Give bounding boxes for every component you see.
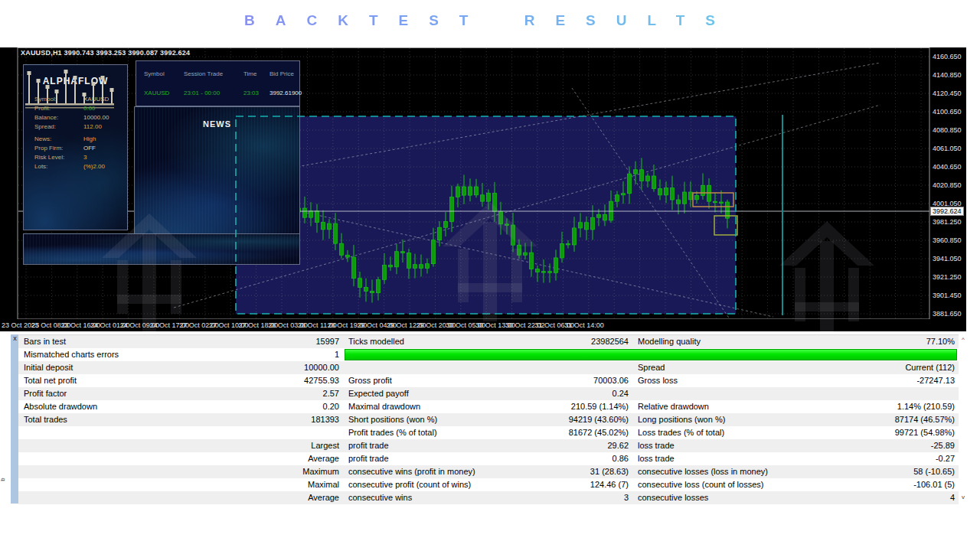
result-label: Profit trades (% of total) — [343, 426, 541, 439]
result-value: -25.89 — [841, 439, 959, 452]
price-tick: 4160.650 — [933, 53, 962, 60]
price-tick: 3921.250 — [933, 273, 962, 281]
result-value: 77.10% — [841, 335, 959, 348]
result-label: consecutive loss (count of losses) — [632, 478, 841, 491]
price-tick: 3881.650 — [933, 310, 962, 318]
result-label — [632, 387, 841, 400]
result-value: 23982564 — [541, 335, 632, 348]
result-value: 58 (-10.65) — [841, 465, 959, 478]
price-tick: 4120.450 — [933, 90, 962, 97]
table-row: Absolute drawdown0.20Maximal drawdown210… — [18, 400, 959, 413]
result-value — [541, 361, 632, 374]
result-label: Gross profit — [343, 374, 541, 387]
result-label: Spread — [632, 361, 841, 374]
result-label: consecutive losses — [632, 491, 841, 504]
result-label: consecutive wins (profit in money) — [343, 465, 541, 478]
price-tick: 3981.250 — [933, 218, 962, 226]
session-header: Time — [236, 70, 262, 77]
result-label: Profit factor — [18, 387, 242, 400]
alphaflow-field-label: Risk Level: — [34, 154, 64, 161]
session-value: 23:01 - 00:00 — [176, 90, 236, 96]
price-tick: 4061.050 — [933, 145, 962, 152]
table-row: Mismatched charts errors1 — [18, 348, 959, 361]
result-label: Mismatched charts errors — [18, 348, 242, 361]
result-value: 94219 (43.60%) — [541, 413, 632, 426]
result-label: Total trades — [18, 413, 242, 426]
price-tick: 4040.650 — [933, 163, 962, 171]
scroll-up-icon[interactable]: ^ — [962, 336, 965, 343]
result-label — [18, 491, 242, 504]
result-value: 99721 (54.98%) — [841, 426, 959, 439]
price-tick: 4100.650 — [933, 108, 962, 116]
results-gutter — [11, 334, 18, 504]
table-row: Total trades181393Short positions (won %… — [18, 413, 959, 426]
result-value: 2.57 — [242, 387, 343, 400]
result-label — [18, 452, 242, 465]
result-value: -106.01 (5) — [841, 478, 959, 491]
result-label: consecutive profit (count of wins) — [343, 478, 541, 491]
price-tick: 3901.450 — [933, 292, 962, 299]
result-value: Maximum — [242, 465, 343, 478]
time-axis[interactable]: 23 Oct 202523 Oct 08:0023 Oct 16:0024 Oc… — [0, 319, 966, 331]
result-label: Maximal drawdown — [343, 400, 541, 413]
news-title: NEWS — [135, 119, 299, 129]
result-value: 1.14% (210.59) — [841, 400, 959, 413]
page-title: BACKTEST RESULTS — [0, 12, 980, 29]
result-value: 4 — [841, 491, 959, 504]
result-value: 29.62 — [541, 439, 632, 452]
result-label: Bars in test — [18, 335, 242, 348]
price-tick: 4001.050 — [933, 200, 962, 207]
alphaflow-field-value: 112.00 — [83, 123, 102, 130]
session-header-row: SymbolSession TradeTimeBid Price — [136, 70, 301, 77]
table-row: Maximumconsecutive wins (profit in money… — [18, 465, 959, 478]
result-value: Average — [242, 491, 343, 504]
alphaflow-field-value: (%)2.00 — [83, 163, 105, 170]
result-value: 181393 — [242, 413, 343, 426]
result-value: Maximal — [242, 478, 343, 491]
result-value — [242, 426, 343, 439]
wave-band-panel — [23, 233, 300, 265]
alphaflow-field-label: Balance: — [34, 114, 58, 121]
price-tick: 3941.050 — [933, 255, 962, 262]
result-value: 3 — [541, 491, 632, 504]
result-value: 124.46 (7) — [541, 478, 632, 491]
alphaflow-field-value: 10000.00 — [83, 114, 109, 121]
alphaflow-field-label: Profit: — [34, 105, 51, 112]
session-value: 23:03 — [236, 90, 262, 96]
result-value: 1 — [242, 348, 343, 361]
result-label — [18, 439, 242, 452]
result-label: Loss trades (% of total) — [632, 426, 841, 439]
result-label: Expected payoff — [343, 387, 541, 400]
alphaflow-field-value: 3 — [83, 154, 87, 161]
table-row: Averageprofit trade0.86loss trade-0.27 — [18, 452, 959, 465]
close-icon[interactable]: x — [11, 335, 18, 342]
session-value: XAUUSD — [136, 90, 176, 96]
result-value: 42755.93 — [242, 374, 343, 387]
result-label: Relative drawdown — [632, 400, 841, 413]
table-row: Largestprofit trade29.62loss trade-25.89 — [18, 439, 959, 452]
result-value — [841, 387, 959, 400]
alphaflow-field-value: OFF — [83, 145, 96, 152]
modelling-quality-bar — [345, 349, 957, 360]
result-label: Absolute drawdown — [18, 400, 242, 413]
result-label: Total net profit — [18, 374, 242, 387]
alphaflow-field-value: XAUUSD — [83, 96, 109, 103]
result-value: Largest — [242, 439, 343, 452]
result-value: 0.86 — [541, 452, 632, 465]
scroll-down-icon[interactable]: v — [962, 494, 965, 500]
result-value: 81672 (45.02%) — [541, 426, 632, 439]
price-tick: 3960.850 — [933, 236, 962, 244]
result-value: 210.59 (1.14%) — [541, 400, 632, 413]
result-label: Ticks modelled — [343, 335, 541, 348]
chart-symbol-info: XAUUSD,H1 3990.743 3993.253 3990.087 399… — [21, 49, 190, 57]
table-row: Total net profit42755.93Gross profit7000… — [18, 374, 959, 387]
result-value: 15997 — [242, 335, 343, 348]
table-row: Maximalconsecutive profit (count of wins… — [18, 478, 959, 491]
result-label: profit trade — [343, 439, 541, 452]
price-axis[interactable]: 4160.6504140.8504120.4504100.6504080.850… — [929, 47, 966, 319]
price-chart[interactable]: XAUUSD,H1 3990.743 3993.253 3990.087 399… — [0, 47, 966, 331]
result-value: 10000.00 — [242, 361, 343, 374]
result-label — [18, 478, 242, 491]
session-header: Symbol — [136, 70, 176, 77]
backtest-report-page: { "page": { "title": "BACKTEST RESULTS" … — [0, 0, 980, 551]
